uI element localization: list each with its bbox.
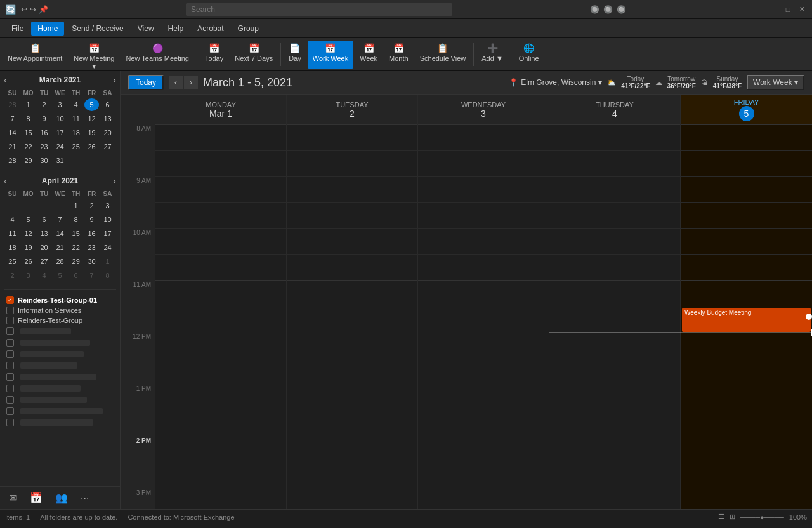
cal-day[interactable]: 20 [100, 126, 115, 139]
cal-day[interactable]: 6 [69, 269, 83, 282]
cal-day[interactable]: 16 [84, 227, 99, 240]
cal-day[interactable]: 1 [21, 98, 36, 111]
cal-day[interactable]: 27 [100, 140, 115, 153]
view-selector-btn[interactable]: Work Week ▾ [747, 75, 804, 90]
tuesday-body[interactable] [287, 125, 417, 509]
friday-body[interactable]: Weekly Budget Meeting [681, 125, 812, 509]
cal-day[interactable]: 14 [5, 126, 20, 139]
today-nav-btn[interactable]: Today [128, 75, 164, 90]
search-input[interactable] [186, 3, 452, 16]
menu-view[interactable]: View [131, 22, 160, 36]
cal-day[interactable]: 28 [5, 98, 20, 111]
cal-day[interactable]: 2 [37, 98, 51, 111]
cal-day[interactable]: 2 [5, 269, 20, 282]
thursday-body[interactable] [549, 125, 680, 509]
calendar-nav-btn[interactable]: 📅 [26, 489, 46, 506]
menu-group[interactable]: Group [232, 22, 265, 36]
cal-day[interactable]: 29 [21, 154, 36, 167]
cal-day[interactable]: 7 [84, 269, 99, 282]
cal-day[interactable]: 8 [100, 269, 115, 282]
cal-day[interactable]: 23 [84, 241, 99, 254]
cal-day[interactable]: 22 [69, 241, 83, 254]
cal-day[interactable]: 24 [53, 140, 67, 153]
primary-checkbox[interactable]: ✓ [6, 296, 14, 304]
new-teams-meeting-btn[interactable]: 🟣 New Teams Meeting [121, 41, 193, 69]
blurred-cal-4[interactable] [4, 360, 116, 371]
reinders-group-checkbox[interactable] [6, 317, 14, 324]
cal-day[interactable]: 26 [84, 140, 99, 153]
location-btn[interactable]: 📍 Elm Grove, Wisconsin ▾ [509, 78, 602, 87]
info-services-checkbox[interactable] [6, 307, 14, 314]
cal-day[interactable]: 25 [5, 255, 20, 268]
menu-home[interactable]: Home [31, 22, 64, 36]
cal-day[interactable]: 21 [53, 241, 67, 254]
menu-help[interactable]: Help [162, 22, 190, 36]
blurred-cb-6[interactable] [6, 385, 14, 392]
close-btn[interactable]: ✕ [797, 4, 807, 15]
cal-day[interactable]: 20 [37, 241, 51, 254]
cal-day[interactable]: 3 [21, 269, 36, 282]
more-nav-btn[interactable]: ··· [77, 490, 93, 506]
cal-day[interactable]: 13 [37, 227, 51, 240]
cal-day[interactable]: 18 [5, 241, 20, 254]
cal-day[interactable]: 10 [53, 112, 67, 125]
blurred-cb-8[interactable] [6, 407, 14, 415]
cal-day[interactable]: 4 [37, 269, 51, 282]
cal-day[interactable]: 3 [100, 199, 115, 212]
wednesday-body[interactable] [418, 125, 549, 509]
cal-day[interactable]: 19 [21, 241, 36, 254]
blurred-cb-1[interactable] [6, 327, 14, 335]
cal-day[interactable]: 12 [21, 227, 36, 240]
cal-day[interactable]: 11 [5, 227, 20, 240]
blurred-cb-3[interactable] [6, 350, 14, 358]
people-nav-btn[interactable]: 👥 [51, 489, 72, 506]
cal-day[interactable]: 29 [69, 255, 83, 268]
cal-day[interactable]: 13 [100, 112, 115, 125]
blurred-cb-5[interactable] [6, 373, 14, 381]
cal-day[interactable]: 3 [53, 98, 67, 111]
cal-day[interactable]: 27 [37, 255, 51, 268]
cal-day[interactable]: 16 [37, 126, 51, 139]
calendar-info-services[interactable]: Information Services [4, 305, 116, 315]
menu-file[interactable]: File [5, 22, 30, 36]
cal-day[interactable]: 5 [53, 269, 67, 282]
online-btn[interactable]: 🌐 Online [514, 41, 544, 69]
cal-prev-btn[interactable]: ‹ [169, 76, 183, 89]
blurred-cal-7[interactable] [4, 394, 116, 406]
monday-body[interactable] [155, 125, 286, 509]
menu-acrobat[interactable]: Acrobat [191, 22, 230, 36]
today-btn[interactable]: 📅 Today [200, 41, 228, 69]
blurred-cal-8[interactable] [4, 406, 116, 417]
blurred-cb-4[interactable] [6, 362, 14, 369]
cal-day[interactable]: 30 [37, 154, 51, 167]
pin-btn[interactable]: 📌 [39, 5, 48, 14]
april-prev-btn[interactable]: ‹ [4, 176, 7, 186]
cal-day[interactable]: 8 [21, 112, 36, 125]
cal-day[interactable]: 18 [69, 126, 83, 139]
cal-day[interactable]: 22 [21, 140, 36, 153]
march-prev-btn[interactable]: ‹ [4, 75, 7, 85]
cal-day[interactable]: 23 [37, 140, 51, 153]
cal-day[interactable]: 17 [53, 126, 67, 139]
cal-next-btn[interactable]: › [184, 76, 198, 89]
cal-day[interactable]: 9 [37, 112, 51, 125]
new-meeting-btn[interactable]: 📅 New Meeting ▼ [69, 41, 119, 69]
new-appointment-btn[interactable]: 📋 New Appointment [3, 41, 67, 69]
march-next-btn[interactable]: › [113, 75, 116, 85]
blurred-cal-2[interactable] [4, 337, 116, 348]
april-next-btn[interactable]: › [113, 176, 116, 186]
cal-day[interactable]: 7 [5, 112, 20, 125]
blurred-cal-3[interactable] [4, 348, 116, 360]
cal-day[interactable]: 28 [53, 255, 67, 268]
blurred-cal-1[interactable] [4, 326, 116, 337]
calendar-reinders-group[interactable]: Reinders-Test-Group [4, 315, 116, 326]
work-week-view-btn[interactable]: 📅 Work Week [308, 41, 353, 69]
cal-day[interactable]: 26 [21, 255, 36, 268]
cal-day[interactable]: 4 [69, 98, 83, 111]
blurred-cal-5[interactable] [4, 371, 116, 383]
mail-nav-btn[interactable]: ✉ [5, 489, 21, 506]
cal-day[interactable]: 7 [53, 213, 67, 226]
blurred-cal-9[interactable] [4, 417, 116, 428]
cal-day[interactable]: 9 [84, 213, 99, 226]
cal-day[interactable]: 11 [69, 112, 83, 125]
